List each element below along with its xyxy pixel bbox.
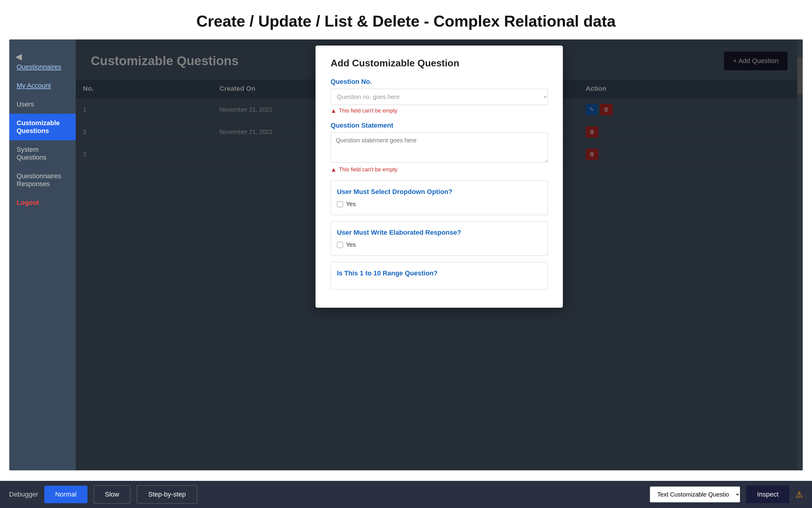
modal-title: Add Customizable Question (331, 57, 548, 69)
modal-overlay: Add Customizable Question Question No. Q… (76, 40, 803, 470)
debugger-bar: Debugger Normal Slow Step-by-step Text C… (0, 481, 812, 508)
debugger-select[interactable]: Text Customizable Questio (650, 486, 740, 503)
back-button[interactable]: ◀ (12, 49, 25, 65)
question-statement-textarea[interactable] (331, 132, 548, 163)
normal-button[interactable]: Normal (44, 486, 87, 503)
question-statement-group: Question Statement ▲ This field can't be… (331, 122, 548, 173)
question-no-group: Question No. Question no. goes here ▲ Th… (331, 78, 548, 114)
slow-button[interactable]: Slow (93, 485, 131, 504)
dropdown-option-group: User Must Select Dropdown Option? Yes (331, 180, 548, 215)
question-no-label: Question No. (331, 78, 548, 86)
range-question-group: Is This 1 to 10 Range Question? (331, 262, 548, 290)
sidebar-item-logout[interactable]: Logout (9, 194, 76, 212)
dropdown-option-row: Yes (337, 201, 542, 208)
app-container: ◀ Questionnaires My Account Users Custom… (9, 39, 803, 471)
question-statement-label: Question Statement (331, 122, 548, 129)
range-question-title: Is This 1 to 10 Range Question? (337, 269, 542, 277)
elaborated-yes-checkbox[interactable] (337, 242, 343, 248)
dropdown-option-title: User Must Select Dropdown Option? (337, 188, 542, 196)
sidebar-item-my-account[interactable]: My Account (9, 76, 76, 95)
elaborated-response-group: User Must Write Elaborated Response? Yes (331, 221, 548, 256)
error-icon: ▲ (331, 166, 337, 173)
question-no-error: ▲ This field can't be empty (331, 108, 548, 114)
page-title: Create / Update / List & Delete - Comple… (0, 0, 812, 39)
inspect-button[interactable]: Inspect (746, 486, 789, 503)
error-icon: ▲ (331, 108, 337, 114)
question-no-error-text: This field can't be empty (339, 108, 397, 114)
sidebar: ◀ Questionnaires My Account Users Custom… (9, 40, 76, 470)
step-by-step-button[interactable]: Step-by-step (137, 485, 197, 504)
debugger-label: Debugger (9, 491, 38, 498)
elaborated-response-title: User Must Write Elaborated Response? (337, 229, 542, 237)
sidebar-item-questionnaires-responses[interactable]: Questionnaires Responses (9, 167, 76, 194)
question-statement-error: ▲ This field can't be empty (331, 166, 548, 173)
elaborated-yes-label: Yes (346, 241, 356, 248)
modal-dialog: Add Customizable Question Question No. Q… (315, 46, 563, 308)
sidebar-item-customizable-questions[interactable]: Customizable Questions (9, 114, 76, 140)
dropdown-yes-label: Yes (346, 201, 356, 208)
sidebar-nav: Questionnaires My Account Users Customiz… (9, 57, 76, 212)
main-content: Customizable Questions + Add Question No… (76, 40, 803, 470)
sidebar-item-system-questions[interactable]: System Questions (9, 140, 76, 167)
warning-icon: ⚠ (796, 490, 803, 500)
question-statement-error-text: This field can't be empty (339, 167, 397, 173)
question-no-select[interactable]: Question no. goes here (331, 89, 548, 105)
sidebar-item-users[interactable]: Users (9, 95, 76, 114)
debugger-select-wrap: Text Customizable Questio (650, 486, 740, 503)
elaborated-response-row: Yes (337, 241, 542, 248)
dropdown-yes-checkbox[interactable] (337, 201, 343, 207)
